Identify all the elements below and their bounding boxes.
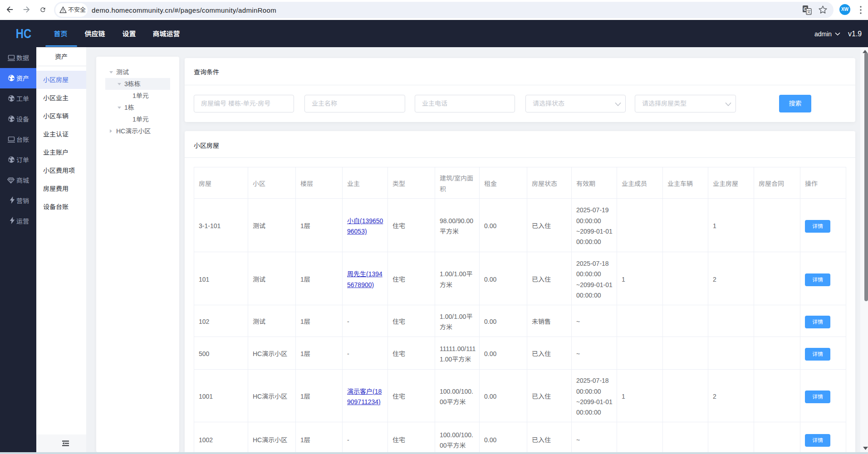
svg-text:文: 文	[807, 9, 811, 15]
